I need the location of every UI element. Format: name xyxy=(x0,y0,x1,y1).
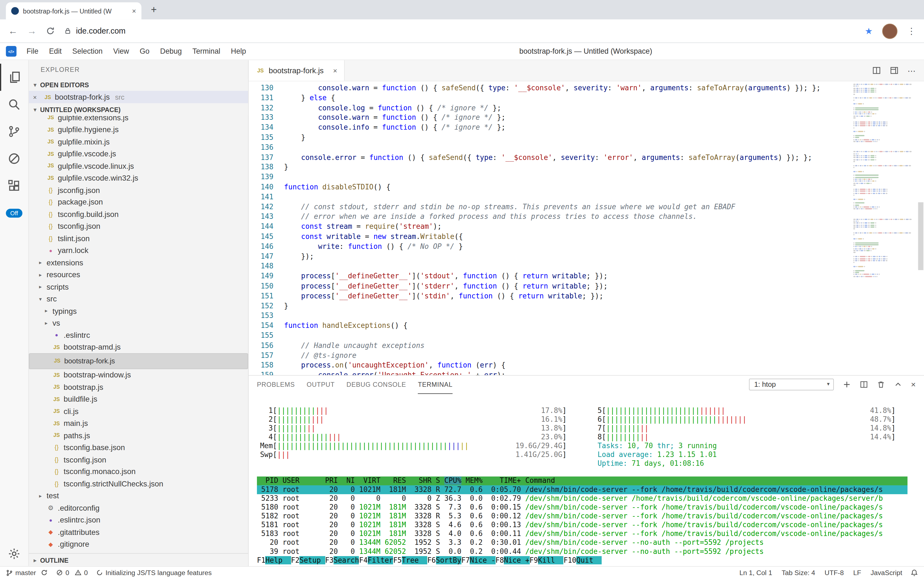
panel-tab-output[interactable]: OUTPUT xyxy=(307,376,335,394)
tree-item[interactable]: JSbootstrap-amd.js xyxy=(29,341,248,353)
tree-item[interactable]: ●.eslintrc.json xyxy=(29,514,248,526)
panel-tab-problems[interactable]: PROBLEMS xyxy=(257,376,295,394)
tree-item[interactable]: JSpaths.js xyxy=(29,429,248,442)
scrollbar-thumb[interactable] xyxy=(918,202,924,270)
tree-item[interactable]: JSgulpfile.vscode.win32.js xyxy=(29,172,248,184)
editor-body[interactable]: 130 console.warn = function () { safeSen… xyxy=(249,82,924,375)
tree-item[interactable]: {}package.json xyxy=(29,196,248,208)
status-utf-8[interactable]: UTF-8 xyxy=(825,569,844,577)
bookmark-star-icon[interactable]: ★ xyxy=(865,26,873,36)
tree-item[interactable]: JSgulpfile.mixin.js xyxy=(29,136,248,148)
editor-tab[interactable]: JS bootstrap-fork.js × xyxy=(249,60,345,81)
tree-item[interactable]: JSbootstrap.js xyxy=(29,381,248,393)
terminal-select[interactable]: 1: htop ▾ xyxy=(749,379,834,390)
open-editor-item[interactable]: × JS bootstrap-fork.js src xyxy=(29,91,248,103)
menu-go[interactable]: Go xyxy=(134,43,154,60)
more-actions-icon[interactable]: ⋯ xyxy=(908,66,916,75)
menu-debug[interactable]: Debug xyxy=(155,43,187,60)
language-status[interactable]: Initializing JS/TS language features xyxy=(96,569,212,577)
tree-item[interactable]: {}tsconfig.monaco.json xyxy=(29,466,248,478)
settings-gear-icon[interactable] xyxy=(8,547,21,560)
tree-item[interactable]: ⚙.editorconfig xyxy=(29,502,248,514)
minimap[interactable] xyxy=(853,84,916,286)
tab-close-icon[interactable]: × xyxy=(132,7,136,15)
new-terminal-icon[interactable] xyxy=(842,380,851,389)
telemetry-off-badge[interactable]: Off xyxy=(6,209,22,218)
search-icon[interactable] xyxy=(0,91,28,118)
tree-item[interactable]: ▸typings xyxy=(29,305,248,317)
panel-tab-terminal[interactable]: TERMINAL xyxy=(418,376,453,394)
tree-item[interactable]: ●yarn.lock xyxy=(29,245,248,256)
tree-item[interactable]: JSgulpfile.vscode.linux.js xyxy=(29,160,248,172)
git-branch-status[interactable]: master xyxy=(6,569,48,577)
maximize-panel-icon[interactable] xyxy=(894,380,902,389)
menu-view[interactable]: View xyxy=(108,43,134,60)
editor-scrollbar[interactable] xyxy=(917,82,924,375)
tree-item[interactable]: ◆.gitattributes xyxy=(29,526,248,538)
tree-item[interactable]: {}tslint.json xyxy=(29,232,248,245)
tree-item[interactable]: JScli.js xyxy=(29,405,248,417)
tree-item[interactable]: JSmain.js xyxy=(29,417,248,429)
status-javascript[interactable]: JavaScript xyxy=(871,569,902,577)
tree-item[interactable]: {}tsconfig.json xyxy=(29,453,248,466)
menu-selection[interactable]: Selection xyxy=(67,43,108,60)
explorer-icon[interactable] xyxy=(0,64,29,91)
tree-item[interactable]: {}tsconfig.base.json xyxy=(29,441,248,453)
tree-item[interactable]: {}tsconfig.json xyxy=(29,220,248,232)
close-icon[interactable]: × xyxy=(33,93,41,101)
code-area[interactable]: 130 console.warn = function () { safeSen… xyxy=(249,82,846,375)
tree-item[interactable]: ▾src xyxy=(29,293,248,305)
tree-item[interactable]: JSbootstrap-window.js xyxy=(29,369,248,381)
toggle-layout-icon[interactable] xyxy=(890,66,899,75)
tree-item[interactable]: JSbuildfile.js xyxy=(29,393,248,405)
tree-item[interactable]: {}tsconfig.build.json xyxy=(29,208,248,220)
tree-item[interactable]: {}jsconfig.json xyxy=(29,184,248,196)
notifications-bell-icon[interactable] xyxy=(911,569,918,577)
tree-item[interactable]: ▸test xyxy=(29,490,248,502)
menu-terminal[interactable]: Terminal xyxy=(187,43,226,60)
menu-edit[interactable]: Edit xyxy=(44,43,67,60)
browser-tab[interactable]: bootstrap-fork.js — Untitled (W × xyxy=(6,2,141,19)
tree-item[interactable]: ▸resources xyxy=(29,269,248,281)
close-panel-icon[interactable]: × xyxy=(911,380,916,389)
problems-status[interactable]: 0 0 xyxy=(56,569,88,577)
tree-item-label: .gitattributes xyxy=(58,528,100,537)
tree-item[interactable]: {}tsconfig.strictNullChecks.json xyxy=(29,478,248,490)
new-tab-button[interactable]: + xyxy=(146,2,161,18)
extensions-icon[interactable] xyxy=(0,172,28,200)
tree-item[interactable]: ▸scripts xyxy=(29,281,248,293)
open-editors-header[interactable]: ▾ OPEN EDITORS xyxy=(29,79,248,91)
menu-file[interactable]: File xyxy=(21,43,44,60)
bottom-panel: PROBLEMSOUTPUTDEBUG CONSOLETERMINAL 1: h… xyxy=(249,375,924,566)
tree-item[interactable]: ●.eslintrc xyxy=(29,329,248,341)
back-icon[interactable]: ← xyxy=(8,26,18,36)
avatar[interactable] xyxy=(882,23,898,39)
url-bar[interactable]: ide.coder.com xyxy=(64,26,855,35)
status-ln-1-col-1[interactable]: Ln 1, Col 1 xyxy=(739,569,772,577)
tree-item[interactable]: ●.mention-bot xyxy=(29,550,248,553)
tree-item[interactable]: JSbootstrap-fork.js xyxy=(29,353,248,369)
kill-terminal-icon[interactable] xyxy=(877,380,885,389)
tree-item[interactable]: JSgulpfile.vscode.js xyxy=(29,148,248,160)
tree-item[interactable]: ▸extensions xyxy=(29,256,248,269)
debug-off-icon[interactable] xyxy=(0,145,28,172)
tree-item[interactable]: ◆.gitignore xyxy=(29,538,248,550)
menu-help[interactable]: Help xyxy=(226,43,251,60)
refresh-icon[interactable] xyxy=(46,26,55,35)
forward-icon[interactable]: → xyxy=(27,26,37,36)
split-editor-icon[interactable] xyxy=(872,66,881,75)
status-lf[interactable]: LF xyxy=(853,569,861,577)
tab-close-icon[interactable]: × xyxy=(333,66,337,74)
panel-tab-debug-console[interactable]: DEBUG CONSOLE xyxy=(347,376,406,394)
sync-icon[interactable] xyxy=(41,569,48,577)
terminal[interactable]: 1[||||||||||||17.8%]5[||||||||||||||||||… xyxy=(249,393,924,566)
tree-item[interactable]: ▸vs xyxy=(29,317,248,329)
browser-menu-icon[interactable]: ⋮ xyxy=(907,26,916,36)
workspace-header[interactable]: ▾ UNTITLED (WORKSPACE) xyxy=(29,103,248,116)
status-tab-size[interactable]: Tab Size: 4 xyxy=(781,569,815,577)
tree-item[interactable]: JSgulpfile.extensions.js xyxy=(29,116,248,124)
tree-item[interactable]: JSgulpfile.hygiene.js xyxy=(29,124,248,136)
outline-header[interactable]: ▸ OUTLINE xyxy=(29,553,248,566)
split-terminal-icon[interactable] xyxy=(860,380,868,389)
source-control-icon[interactable] xyxy=(0,118,28,145)
